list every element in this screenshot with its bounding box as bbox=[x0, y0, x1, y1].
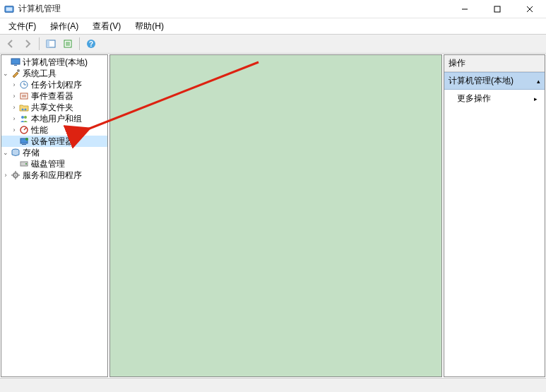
forward-button bbox=[20, 36, 35, 52]
window-title: 计算机管理 bbox=[18, 3, 61, 15]
tree-node-root[interactable]: ▾ 计算机管理(本地) bbox=[1, 57, 107, 68]
event-icon bbox=[18, 90, 30, 102]
twisty-collapsed-icon[interactable]: › bbox=[10, 93, 18, 100]
users-icon bbox=[18, 113, 30, 124]
tree: ▾ 计算机管理(本地) ⌄ 系统工具 bbox=[1, 57, 107, 181]
tree-label: 本地用户和组 bbox=[30, 113, 82, 125]
menu-help[interactable]: 帮助(H) bbox=[129, 19, 170, 34]
properties-button[interactable] bbox=[60, 36, 76, 52]
title-bar: 计算机管理 bbox=[0, 0, 546, 18]
svg-line-28 bbox=[24, 128, 26, 130]
computer-icon bbox=[10, 57, 21, 68]
tree-label: 任务计划程序 bbox=[30, 79, 82, 91]
clock-icon bbox=[18, 79, 30, 90]
svg-rect-30 bbox=[22, 144, 26, 145]
tree-label: 服务和应用程序 bbox=[21, 170, 82, 182]
tree-node-task-scheduler[interactable]: › 任务计划程序 bbox=[1, 79, 107, 90]
shared-folder-icon bbox=[18, 102, 30, 113]
svg-point-26 bbox=[24, 116, 27, 119]
caret-up-icon: ▴ bbox=[537, 78, 540, 85]
actions-header: 操作 bbox=[444, 55, 545, 72]
tree-label: 事件查看器 bbox=[30, 90, 73, 102]
tree-label: 共享文件夹 bbox=[30, 102, 73, 114]
actions-section-title[interactable]: 计算机管理(本地) ▴ bbox=[444, 72, 545, 90]
storage-icon bbox=[10, 147, 21, 158]
show-hide-tree-button[interactable] bbox=[43, 36, 59, 52]
twisty-collapsed-icon[interactable]: › bbox=[10, 81, 18, 88]
status-bar bbox=[0, 378, 546, 392]
content-pane bbox=[109, 54, 442, 377]
twisty-expanded-icon[interactable]: ⌄ bbox=[1, 70, 10, 77]
toolbar-separator bbox=[79, 37, 80, 50]
svg-point-24 bbox=[25, 109, 27, 111]
menu-view[interactable]: 查看(V) bbox=[87, 19, 126, 34]
tree-node-local-users[interactable]: › 本地用户和组 bbox=[1, 113, 107, 124]
performance-icon bbox=[18, 124, 30, 136]
tree-node-performance[interactable]: › 性能 bbox=[1, 124, 107, 136]
caret-right-icon: ▸ bbox=[534, 95, 538, 102]
tree-node-storage[interactable]: ⌄ 存储 bbox=[1, 147, 107, 158]
svg-rect-3 bbox=[494, 6, 500, 12]
tree-label: 性能 bbox=[30, 124, 48, 136]
svg-rect-15 bbox=[14, 65, 17, 66]
tree-label: 设备管理器 bbox=[30, 136, 73, 148]
tree-label: 磁盘管理 bbox=[30, 158, 65, 170]
tree-pane[interactable]: ▾ 计算机管理(本地) ⌄ 系统工具 bbox=[1, 54, 108, 377]
svg-point-31 bbox=[25, 138, 28, 141]
menu-bar: 文件(F) 操作(A) 查看(V) 帮助(H) bbox=[0, 18, 546, 34]
tools-icon bbox=[10, 68, 21, 79]
help-button[interactable]: ? bbox=[83, 36, 99, 52]
tree-node-device-manager[interactable]: · 设备管理器 bbox=[1, 136, 107, 147]
tree-label: 计算机管理(本地) bbox=[21, 57, 88, 69]
disk-icon bbox=[18, 158, 30, 170]
twisty-collapsed-icon[interactable]: › bbox=[1, 172, 10, 179]
svg-rect-7 bbox=[47, 40, 49, 47]
tree-node-system-tools[interactable]: ⌄ 系统工具 bbox=[1, 68, 107, 79]
tree-node-shared-folders[interactable]: › 共享文件夹 bbox=[1, 102, 107, 113]
tree-node-services-apps[interactable]: › 服务和应用程序 bbox=[1, 170, 107, 181]
toolbar-separator bbox=[39, 37, 40, 50]
svg-rect-14 bbox=[11, 59, 20, 64]
svg-rect-20 bbox=[20, 93, 28, 99]
twisty-collapsed-icon[interactable]: › bbox=[10, 104, 18, 111]
actions-more-label: 更多操作 bbox=[457, 93, 491, 105]
actions-more[interactable]: 更多操作 ▸ bbox=[444, 90, 545, 107]
tree-label: 存储 bbox=[21, 147, 40, 159]
svg-point-34 bbox=[25, 163, 27, 165]
tree-label: 系统工具 bbox=[21, 68, 57, 80]
device-manager-icon bbox=[18, 136, 30, 147]
title-bar-left: 计算机管理 bbox=[4, 3, 61, 15]
svg-text:?: ? bbox=[89, 40, 93, 48]
twisty-collapsed-icon[interactable]: › bbox=[10, 126, 18, 133]
tree-node-event-viewer[interactable]: › 事件查看器 bbox=[1, 90, 107, 102]
menu-file[interactable]: 文件(F) bbox=[3, 19, 42, 34]
window-controls bbox=[449, 0, 546, 18]
close-button[interactable] bbox=[514, 0, 546, 18]
svg-rect-1 bbox=[6, 7, 13, 11]
menu-action[interactable]: 操作(A) bbox=[44, 19, 84, 34]
toolbar: ? bbox=[0, 34, 546, 54]
svg-point-36 bbox=[15, 174, 16, 176]
svg-point-16 bbox=[17, 69, 20, 72]
actions-pane: 操作 计算机管理(本地) ▴ 更多操作 ▸ bbox=[444, 54, 545, 377]
svg-point-25 bbox=[21, 116, 24, 119]
panes: ▾ 计算机管理(本地) ⌄ 系统工具 bbox=[0, 54, 546, 378]
svg-line-41 bbox=[88, 62, 259, 129]
twisty-expanded-icon[interactable]: ⌄ bbox=[1, 149, 10, 156]
minimize-button[interactable] bbox=[449, 0, 481, 18]
back-button bbox=[3, 36, 18, 52]
app-icon bbox=[4, 4, 14, 14]
actions-section-label: 计算机管理(本地) bbox=[449, 75, 514, 87]
maximize-button[interactable] bbox=[481, 0, 514, 18]
svg-point-23 bbox=[22, 109, 24, 111]
twisty-collapsed-icon[interactable]: › bbox=[10, 115, 18, 122]
services-icon bbox=[10, 170, 21, 181]
tree-node-disk-management[interactable]: · 磁盘管理 bbox=[1, 158, 107, 170]
